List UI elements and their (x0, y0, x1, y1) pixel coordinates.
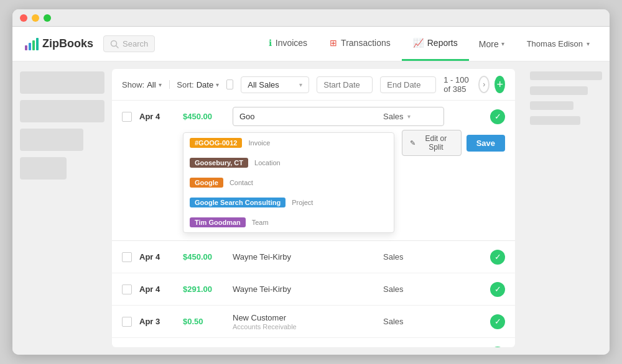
show-chevron-icon: ▾ (159, 81, 162, 88)
user-chevron-icon: ▾ (587, 40, 590, 47)
row-description (233, 107, 383, 126)
row-checkbox[interactable] (122, 112, 132, 122)
row-amount: $0.50 (183, 317, 233, 326)
sort-chevron-icon: ▾ (216, 81, 219, 88)
row-category: Sales (383, 252, 483, 262)
dropdown-item-contact[interactable]: Google Contact (183, 173, 394, 193)
add-transaction-button[interactable]: + (494, 76, 505, 93)
row-checkbox[interactable] (122, 317, 132, 327)
row-date: Apr 4 (139, 284, 183, 294)
svg-line-1 (116, 45, 119, 48)
sidebar-placeholder-3 (20, 129, 83, 151)
row-date: Apr 3 (139, 317, 183, 326)
row-description: New Customer Accounts Receivable (233, 345, 383, 348)
tag-team: Tim Goodman (190, 217, 246, 227)
nav-item-transactions[interactable]: ⊞ Transactions (318, 27, 402, 61)
table-row: Apr 4 $450.00 Wayne Tei-Kirby Sales ✓ (112, 241, 515, 273)
main-content: Show: All ▾ Sort: Date ▾ All Sales ▾ (112, 69, 515, 347)
search-icon (110, 40, 119, 48)
status-check-icon: ✓ (490, 314, 505, 329)
show-label: Show: (122, 80, 144, 89)
next-page-button[interactable]: › (478, 76, 490, 93)
show-filter: Show: All ▾ (122, 80, 162, 89)
row-checkbox[interactable] (122, 284, 132, 294)
category-filter-label: All Sales (248, 80, 279, 89)
row-action-buttons: ✎ Edit or Split Save (402, 130, 505, 156)
row-amount: $291.00 (183, 284, 233, 294)
right-sidebar (522, 61, 610, 355)
user-menu[interactable]: Thomas Edison ▾ (519, 35, 597, 52)
search-box[interactable]: Search (103, 35, 155, 52)
row-status: ✓ (483, 347, 505, 348)
nav-label-invoices: Invoices (276, 38, 307, 48)
right-sidebar-placeholder-1 (530, 71, 602, 80)
status-check-icon: ✓ (490, 250, 505, 265)
dropdown-item-invoice[interactable]: #GOOG-0012 Invoice (183, 133, 394, 153)
left-sidebar (12, 61, 112, 355)
nav-item-invoices[interactable]: ℹ Invoices (258, 27, 318, 61)
content-area: Show: All ▾ Sort: Date ▾ All Sales ▾ (12, 61, 610, 355)
row-description: Wayne Tei-Kirby (233, 284, 383, 294)
logo-text: ZipBooks (42, 37, 93, 50)
edit-split-button[interactable]: ✎ Edit or Split (402, 130, 462, 156)
nav-label-reports: Reports (427, 38, 458, 48)
row-description: Wayne Tei-Kirby (233, 252, 383, 262)
transaction-table: Apr 4 $450.00 Sales ▾ ✓ (112, 101, 515, 347)
toolbar: Show: All ▾ Sort: Date ▾ All Sales ▾ (112, 69, 515, 101)
nav-label-transactions: Transactions (341, 38, 391, 48)
minimize-button[interactable] (32, 14, 39, 22)
filter-separator (169, 80, 170, 89)
tag-project: Google Search Consulting (190, 198, 285, 207)
logo[interactable]: ZipBooks (25, 37, 93, 50)
nav-label-more: More (479, 39, 499, 49)
sort-value: Date (197, 80, 213, 89)
nav-item-reports[interactable]: 📈 Reports (402, 27, 469, 61)
more-chevron-icon: ▾ (501, 40, 504, 47)
tag-label-project: Project (292, 199, 313, 206)
sort-filter: Sort: Date ▾ (177, 80, 219, 89)
row-status: ✓ (483, 109, 505, 124)
tag-label-team: Team (252, 219, 269, 226)
dropdown-item-project[interactable]: Google Search Consulting Project (183, 193, 394, 212)
table-row: Apr 3 $0.00 New Customer Accounts Receiv… (112, 338, 515, 347)
sidebar-placeholder-4 (20, 157, 67, 180)
row-checkbox[interactable] (122, 252, 132, 262)
transactions-icon: ⊞ (330, 38, 337, 48)
tag-label-contact: Contact (230, 179, 253, 186)
edit-icon: ✎ (410, 139, 415, 147)
close-button[interactable] (20, 14, 27, 22)
sort-label: Sort: (177, 80, 193, 89)
category-dropdown-icon: ▾ (407, 113, 411, 120)
dropdown-item-team[interactable]: Tim Goodman Team (183, 212, 394, 232)
status-check-icon: ✓ (490, 109, 505, 124)
table-row: Apr 3 $0.50 New Customer Accounts Receiv… (112, 306, 515, 338)
dropdown-item-location[interactable]: Goosebury, CT Location (183, 153, 394, 173)
user-name: Thomas Edison (527, 39, 583, 48)
active-row-expanded: #GOOG-0012 Invoice Goosebury, CT Locatio… (122, 130, 505, 240)
navbar: ZipBooks Search ℹ Invoices ⊞ Transaction… (12, 27, 610, 61)
row-date: Apr 4 (139, 112, 183, 121)
tag-invoice: #GOOG-0012 (190, 138, 242, 148)
reports-icon: 📈 (413, 38, 424, 48)
save-button[interactable]: Save (466, 135, 505, 152)
right-sidebar-placeholder-2 (530, 86, 588, 95)
start-date-input[interactable] (317, 76, 373, 93)
row-category: Sales (383, 317, 483, 326)
row-description: New Customer Accounts Receivable (233, 313, 383, 330)
status-check-icon: ✓ (490, 282, 505, 297)
row-status: ✓ (483, 314, 505, 329)
show-value: All (147, 80, 156, 89)
row-category: Sales ▾ (383, 112, 483, 121)
nav-item-more[interactable]: More ▾ (469, 27, 514, 61)
select-all-checkbox[interactable] (226, 80, 233, 89)
app-window: ZipBooks Search ℹ Invoices ⊞ Transaction… (12, 9, 610, 355)
category-chevron-icon: ▾ (299, 81, 302, 88)
category-filter[interactable]: All Sales ▾ (241, 76, 309, 93)
active-row-main: Apr 4 $450.00 Sales ▾ ✓ (122, 101, 505, 130)
end-date-input[interactable] (380, 76, 436, 93)
maximize-button[interactable] (44, 14, 51, 22)
status-check-icon: ✓ (490, 347, 505, 348)
row-amount: $450.00 (183, 252, 233, 262)
tag-location: Goosebury, CT (190, 158, 248, 168)
row-status: ✓ (483, 250, 505, 265)
